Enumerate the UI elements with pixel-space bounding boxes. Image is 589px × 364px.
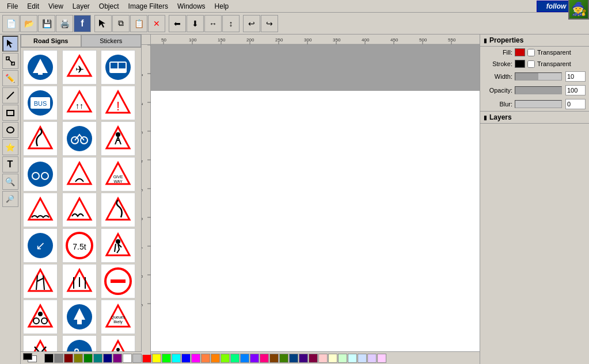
pal-springgreen[interactable] <box>230 354 240 363</box>
pal-lightcyan[interactable] <box>348 354 357 363</box>
flip-v-button[interactable]: ↕ <box>222 15 240 32</box>
blur-input[interactable] <box>565 99 586 109</box>
sign-pedestrian-warning[interactable] <box>101 121 135 156</box>
menu-help[interactable]: Help <box>210 1 234 12</box>
pal-teal[interactable] <box>93 354 102 363</box>
sign-queues-likely[interactable]: Queueslikely <box>101 300 135 334</box>
stroke-transparent-checkbox[interactable] <box>527 60 535 68</box>
menu-object[interactable]: Object <box>94 1 124 12</box>
pal-indigo[interactable] <box>299 354 308 363</box>
pal-violet[interactable] <box>250 354 259 363</box>
pal-magenta[interactable] <box>191 354 200 363</box>
sign-no-entry-circle[interactable] <box>101 264 135 298</box>
stickers-tab[interactable]: Stickers <box>81 35 142 47</box>
pal-lavender[interactable] <box>367 354 377 363</box>
pal-lightmagenta[interactable] <box>377 354 386 363</box>
sign-up-arrow-blue[interactable] <box>62 300 97 334</box>
star-tool[interactable]: ⭐ <box>2 139 18 155</box>
canvas-page[interactable] <box>151 91 480 355</box>
fill-color-swatch[interactable] <box>515 48 525 56</box>
pal-black[interactable] <box>44 354 54 363</box>
rectangle-tool[interactable] <box>2 105 18 121</box>
sign-no-left-turn[interactable]: ↙ <box>23 228 58 263</box>
pal-hotpink[interactable] <box>260 354 269 363</box>
menu-edit[interactable]: Edit <box>22 1 44 12</box>
pal-lightgreen[interactable] <box>338 354 347 363</box>
pal-gray[interactable] <box>54 354 63 363</box>
sign-no-aircraft[interactable]: ✈ <box>62 50 97 85</box>
text-tool[interactable]: T <box>2 156 18 173</box>
sign-narrow-road[interactable] <box>23 264 58 298</box>
sign-bicycle2[interactable] <box>23 300 58 334</box>
pencil-tool[interactable]: ✏️ <box>2 70 18 86</box>
sign-slippery[interactable] <box>62 157 97 191</box>
ellipse-tool[interactable] <box>2 122 18 138</box>
pal-yellow[interactable] <box>152 354 161 363</box>
pal-cornflower[interactable] <box>240 354 249 363</box>
pal-olive[interactable] <box>74 354 83 363</box>
sign-bumps[interactable] <box>62 193 97 227</box>
zoom-in-tool[interactable]: 🔍 <box>2 174 18 190</box>
pal-darkblue[interactable] <box>289 354 298 363</box>
pal-brown[interactable] <box>269 354 279 363</box>
pal-navy[interactable] <box>103 354 112 363</box>
copy-button[interactable]: ⧉ <box>112 15 130 32</box>
open-button[interactable]: 📂 <box>20 15 37 32</box>
facebook-button[interactable]: f <box>74 15 91 32</box>
layers-expand-icon[interactable]: ▮ <box>484 114 487 121</box>
opacity-input[interactable] <box>565 85 586 95</box>
flip-h-button[interactable]: ↔ <box>204 15 222 32</box>
sign-warning-triangle[interactable]: ! <box>101 86 135 120</box>
pal-cyan[interactable] <box>172 354 181 363</box>
align-center-button[interactable]: ⬇ <box>187 15 204 32</box>
pal-lightyellow[interactable] <box>328 354 337 363</box>
menu-file[interactable]: File <box>2 1 22 12</box>
stroke-color-swatch[interactable] <box>515 60 525 68</box>
pal-chartreuse[interactable] <box>221 354 230 363</box>
fill-transparent-checkbox[interactable] <box>527 49 535 56</box>
sign-ahead-arrow[interactable] <box>23 50 58 85</box>
pal-purple[interactable] <box>113 354 122 363</box>
pal-lightpink[interactable] <box>318 354 328 363</box>
width-input[interactable] <box>565 71 586 82</box>
pal-blue[interactable] <box>181 354 191 363</box>
road-signs-tab[interactable]: Road Signs <box>21 35 81 47</box>
sign-bus[interactable] <box>101 50 135 85</box>
menu-windows[interactable]: Windows <box>173 1 210 12</box>
line-tool[interactable] <box>2 87 18 104</box>
sign-dual-carriageway[interactable] <box>62 264 97 298</box>
sign-curve-left[interactable] <box>23 121 58 156</box>
save-button[interactable]: 💾 <box>38 15 55 32</box>
pal-darkolive[interactable] <box>279 354 288 363</box>
select-button[interactable] <box>94 15 112 32</box>
sign-bus-route[interactable]: BUS <box>23 86 58 120</box>
pal-rose[interactable] <box>309 354 318 363</box>
menu-image-filters[interactable]: Image Filters <box>124 1 173 12</box>
sign-bicycle-path[interactable] <box>23 157 58 191</box>
align-left-button[interactable]: ⬅ <box>169 15 186 32</box>
pointer-tool[interactable] <box>2 36 18 52</box>
node-tool[interactable] <box>2 53 18 69</box>
redo-button[interactable]: ↪ <box>261 15 278 32</box>
pal-orange1[interactable] <box>201 354 210 363</box>
properties-expand-icon[interactable]: ▮ <box>484 37 487 44</box>
zoom-out-tool[interactable]: 🔎 <box>2 191 18 207</box>
sign-height-limit[interactable]: 7.5t <box>62 228 97 263</box>
undo-button[interactable]: ↩ <box>243 15 260 32</box>
sign-curve-right[interactable] <box>101 193 135 227</box>
print-button[interactable]: 🖨️ <box>56 15 73 32</box>
pal-lightblue[interactable] <box>358 354 367 363</box>
sign-bicycle[interactable] <box>62 121 97 156</box>
pal-darkred[interactable] <box>64 354 73 363</box>
pal-lime[interactable] <box>162 354 171 363</box>
layers-header[interactable]: ▮ Layers <box>480 111 589 124</box>
pal-white[interactable] <box>123 354 132 363</box>
sign-two-arrows-up[interactable]: ↑↑ <box>62 86 97 120</box>
sign-flood[interactable] <box>23 193 58 227</box>
sign-roadworks[interactable] <box>101 228 135 263</box>
canvas-scroll-container[interactable]: 1 2 3 4 5 6 7 <box>142 45 480 355</box>
sign-give-way[interactable]: GIVEWAY <box>101 157 135 191</box>
delete-button[interactable]: ✕ <box>148 15 165 32</box>
paste-button[interactable]: 📋 <box>130 15 147 32</box>
pal-silver[interactable] <box>132 354 142 363</box>
